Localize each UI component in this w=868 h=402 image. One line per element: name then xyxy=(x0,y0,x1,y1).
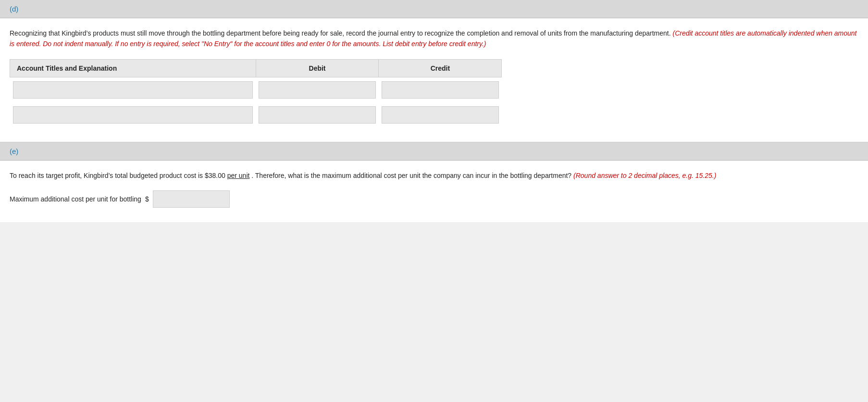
section-e-question-underline: per unit xyxy=(227,172,250,179)
row2-credit-cell xyxy=(379,102,502,127)
max-cost-input[interactable] xyxy=(153,190,230,208)
section-e-question-normal2: . Therefore, what is the maximum additio… xyxy=(251,172,571,179)
row1-account-input[interactable] xyxy=(13,81,253,99)
section-d-instruction-normal: Recognizing that Kingbird’s products mus… xyxy=(10,29,671,37)
row1-account-cell xyxy=(10,77,256,102)
section-e-question-italic: (Round answer to 2 decimal places, e.g. … xyxy=(573,172,716,179)
row1-debit-cell xyxy=(256,77,379,102)
section-d-label: (d) xyxy=(10,5,18,13)
answer-row: Maximum additional cost per unit for bot… xyxy=(10,190,858,208)
section-e: (e) To reach its target profit, Kingbird… xyxy=(0,142,868,222)
row2-account-cell xyxy=(10,102,256,127)
section-d-content: Recognizing that Kingbird’s products mus… xyxy=(0,18,868,142)
section-e-header: (e) xyxy=(0,142,868,161)
section-d: (d) Recognizing that Kingbird’s products… xyxy=(0,0,868,142)
col-account-header: Account Titles and Explanation xyxy=(10,59,256,77)
row2-credit-input[interactable] xyxy=(382,106,499,124)
row1-credit-cell xyxy=(379,77,502,102)
row2-debit-input[interactable] xyxy=(259,106,376,124)
row1-credit-input[interactable] xyxy=(382,81,499,99)
dollar-sign: $ xyxy=(145,195,149,203)
table-row xyxy=(10,77,502,102)
answer-label: Maximum additional cost per unit for bot… xyxy=(10,195,141,203)
row2-debit-cell xyxy=(256,102,379,127)
section-e-content: To reach its target profit, Kingbird’s t… xyxy=(0,161,868,222)
table-row xyxy=(10,102,502,127)
section-d-instruction: Recognizing that Kingbird’s products mus… xyxy=(10,28,858,50)
section-e-question: To reach its target profit, Kingbird’s t… xyxy=(10,170,858,181)
journal-table-d: Account Titles and Explanation Debit Cre… xyxy=(10,59,502,127)
row2-account-input[interactable] xyxy=(13,106,253,124)
section-d-header: (d) xyxy=(0,0,868,18)
row1-debit-input[interactable] xyxy=(259,81,376,99)
section-e-label: (e) xyxy=(10,147,18,155)
section-e-question-normal1: To reach its target profit, Kingbird’s t… xyxy=(10,172,225,179)
col-debit-header: Debit xyxy=(256,59,379,77)
col-credit-header: Credit xyxy=(379,59,502,77)
